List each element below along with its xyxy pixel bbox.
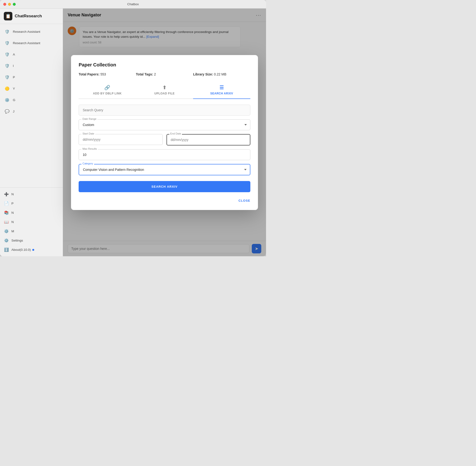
app-body: 📋 ChatResearch 🛡️ Research Assistant 🛡️ … xyxy=(0,9,266,256)
logo-icon: 📋 xyxy=(5,13,11,19)
j-icon: 💬 xyxy=(4,108,11,115)
sidebar-item-g[interactable]: ⚙️ G xyxy=(0,94,63,105)
date-range-label: Date Range xyxy=(82,117,98,120)
i-icon: 🛡️ xyxy=(4,62,11,69)
sidebar-item-label-g: G xyxy=(13,98,15,102)
settings-icon: ⚙️ xyxy=(4,238,9,243)
y-icon: 🟡 xyxy=(4,85,11,92)
total-papers-label: Total Papers: xyxy=(79,72,99,76)
library-size-label: Library Size: xyxy=(193,72,213,76)
sidebar-manage-label: M xyxy=(12,229,14,233)
search-arxiv-button[interactable]: SEARCH ARXIV xyxy=(79,181,250,192)
tab-dblp-label: ADD BY DBLP LINK xyxy=(93,92,122,95)
total-papers-stat: Total Papers: 553 xyxy=(79,72,136,76)
close-traffic-light[interactable] xyxy=(3,3,6,6)
modal-stats: Total Papers: 553 Total Tags: 2 Library … xyxy=(79,72,250,76)
sidebar-item-label-y: Y xyxy=(13,87,15,90)
manage-icon: ⚙️ xyxy=(4,229,9,233)
library-size-stat: Library Size: 0.22 MB xyxy=(193,72,250,76)
notes-icon: 📖 xyxy=(4,220,9,224)
sidebar-header: 📋 ChatResearch xyxy=(0,9,63,24)
tab-upload-label: UPLOAD FILE xyxy=(154,92,175,95)
sidebar-item-j[interactable]: 💬 J xyxy=(0,105,63,117)
sidebar: 📋 ChatResearch 🛡️ Research Assistant 🛡️ … xyxy=(0,9,63,256)
new-icon: ➕ xyxy=(4,192,9,197)
main-content: Venue Navigator ··· ⚙️ You are a Venue N… xyxy=(63,9,266,256)
sidebar-library[interactable]: 📚 N xyxy=(0,208,63,217)
category-label: Category xyxy=(82,162,94,165)
sidebar-about[interactable]: ℹ️ About(0.10.0) xyxy=(0,245,63,254)
sidebar-item-label-p: P xyxy=(13,75,15,79)
papers-icon: 📄 xyxy=(4,201,9,206)
sidebar-item-research-2[interactable]: 🛡️ Research Assistant xyxy=(0,37,63,49)
sidebar-item-label-j: J xyxy=(13,110,14,113)
date-row: Start Date End Date xyxy=(79,134,250,145)
category-select[interactable]: Computer Vision and Pattern Recognition … xyxy=(79,164,250,175)
sidebar-brand: ChatResearch xyxy=(15,14,42,19)
start-date-input[interactable] xyxy=(79,134,162,145)
total-tags-label: Total Tags: xyxy=(136,72,153,76)
traffic-lights xyxy=(3,3,16,6)
sidebar-item-label-1: Research Assistant xyxy=(13,30,40,34)
research-icon-1: 🛡️ xyxy=(4,28,11,35)
sidebar-settings[interactable]: ⚙️ Settings xyxy=(0,236,63,245)
maximize-traffic-light[interactable] xyxy=(13,3,16,6)
upload-icon: ⬆ xyxy=(162,85,167,90)
end-date-input[interactable] xyxy=(167,134,250,145)
modal-title: Paper Collection xyxy=(79,62,250,68)
sidebar-settings-label: Settings xyxy=(12,239,23,242)
sidebar-item-label-i: I xyxy=(13,64,14,68)
sidebar-new-label: N xyxy=(12,192,14,196)
search-query-input[interactable] xyxy=(79,105,250,116)
about-icon: ℹ️ xyxy=(4,247,9,252)
end-date-field: End Date xyxy=(167,134,250,145)
sidebar-item-a[interactable]: 🛡️ A xyxy=(0,49,63,60)
app-logo: 📋 xyxy=(4,12,12,20)
end-date-label: End Date xyxy=(169,132,182,135)
titlebar: Chatbox xyxy=(0,0,266,9)
tab-dblp[interactable]: 🔗 ADD BY DBLP LINK xyxy=(79,82,136,99)
sidebar-papers[interactable]: 📄 P xyxy=(0,199,63,208)
paper-collection-modal: Paper Collection Total Papers: 553 Total… xyxy=(71,55,258,210)
window-title: Chatbox xyxy=(127,2,139,6)
sidebar-manage[interactable]: ⚙️ M xyxy=(0,227,63,236)
max-results-group: Max Results xyxy=(79,149,250,160)
sidebar-nav: 🛡️ Research Assistant 🛡️ Research Assist… xyxy=(0,24,63,187)
sidebar-bottom: ➕ N 📄 P 📚 N 📖 N ⚙️ M xyxy=(0,187,63,256)
max-results-input[interactable] xyxy=(79,149,250,160)
total-tags-value: 2 xyxy=(154,72,156,76)
sidebar-about-label: About(0.10.0) xyxy=(12,248,31,252)
category-group: Category Computer Vision and Pattern Rec… xyxy=(79,164,250,175)
sidebar-papers-label: P xyxy=(12,202,13,205)
tabs: 🔗 ADD BY DBLP LINK ⬆ UPLOAD FILE ☰ SEARC… xyxy=(79,82,250,99)
tab-upload[interactable]: ⬆ UPLOAD FILE xyxy=(136,82,193,99)
tab-arxiv[interactable]: ☰ SEARCH ARXIV xyxy=(193,82,250,99)
start-date-field: Start Date xyxy=(79,134,162,145)
tab-arxiv-label: SEARCH ARXIV xyxy=(210,92,233,95)
total-papers-value: 553 xyxy=(100,72,106,76)
date-range-select[interactable]: Custom Last 7 days Last 30 days Last yea… xyxy=(79,119,250,130)
dblp-icon: 🔗 xyxy=(104,85,110,90)
sidebar-new[interactable]: ➕ N xyxy=(0,190,63,199)
close-button[interactable]: CLOSE xyxy=(238,197,250,204)
p-icon: 🛡️ xyxy=(4,74,11,81)
minimize-traffic-light[interactable] xyxy=(8,3,11,6)
modal-footer: CLOSE xyxy=(79,197,250,204)
sidebar-item-label-2: Research Assistant xyxy=(13,41,40,45)
max-results-label: Max Results xyxy=(82,147,98,150)
sidebar-item-y[interactable]: 🟡 Y xyxy=(0,83,63,94)
g-icon: ⚙️ xyxy=(4,97,11,103)
start-date-label: Start Date xyxy=(82,132,95,135)
research-icon-2: 🛡️ xyxy=(4,40,11,46)
sidebar-library-label: N xyxy=(12,211,14,214)
arxiv-icon: ☰ xyxy=(220,85,224,90)
a-icon: 🛡️ xyxy=(4,51,11,58)
library-size-value: 0.22 MB xyxy=(214,72,226,76)
sidebar-notes-label: N xyxy=(12,220,14,224)
sidebar-item-i[interactable]: 🛡️ I xyxy=(0,60,63,71)
sidebar-item-research-1[interactable]: 🛡️ Research Assistant xyxy=(0,26,63,37)
modal-overlay: Paper Collection Total Papers: 553 Total… xyxy=(63,9,266,256)
sidebar-notes[interactable]: 📖 N xyxy=(0,217,63,227)
sidebar-item-p[interactable]: 🛡️ P xyxy=(0,71,63,83)
about-badge xyxy=(32,249,34,251)
